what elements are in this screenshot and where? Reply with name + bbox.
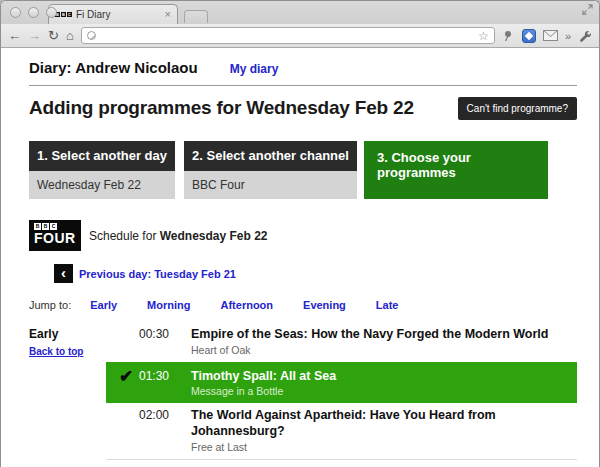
browser-tab[interactable]: BBC Fi Diary × bbox=[48, 4, 178, 24]
page-content: Diary: Andrew Nicolaou My diary Adding p… bbox=[1, 48, 599, 467]
browser-window: BBC Fi Diary × ← → ↻ ⌂ ☆ » bbox=[0, 0, 600, 467]
cant-find-programme-button[interactable]: Can't find programme? bbox=[458, 97, 577, 120]
globe-icon bbox=[87, 31, 96, 40]
previous-day-link[interactable]: Previous day: Tuesday Feb 21 bbox=[79, 268, 236, 280]
back-icon[interactable]: ← bbox=[8, 29, 21, 42]
header-divider bbox=[29, 85, 577, 86]
schedule-for-text: Schedule for Wednesday Feb 22 bbox=[89, 229, 268, 243]
wizard-steps: 1. Select another day Wednesday Feb 22 2… bbox=[29, 141, 577, 199]
previous-day-nav[interactable]: ‹ Previous day: Tuesday Feb 21 bbox=[54, 264, 577, 283]
reload-icon[interactable]: ↻ bbox=[48, 29, 59, 42]
section-label-early: Early bbox=[29, 327, 101, 341]
check-icon: ✔ bbox=[119, 366, 133, 387]
bbc-four-wordmark: FOUR bbox=[34, 230, 81, 246]
step-select-channel[interactable]: 2. Select another channel BBC Four bbox=[184, 141, 357, 199]
programme-row-selected[interactable]: ✔ 01:30 Timothy Spall: All at Sea Messag… bbox=[106, 362, 577, 404]
programme-title[interactable]: Empire of the Seas: How the Navy Forged … bbox=[191, 327, 577, 343]
tab-strip: BBC Fi Diary × bbox=[1, 1, 599, 24]
step-select-channel-label[interactable]: 2. Select another channel bbox=[184, 141, 357, 171]
pin-extension-icon[interactable] bbox=[502, 29, 515, 42]
blue-extension-icon[interactable] bbox=[522, 29, 536, 43]
forward-icon[interactable]: → bbox=[28, 29, 41, 42]
url-input[interactable] bbox=[101, 30, 473, 42]
wrench-menu-icon[interactable] bbox=[578, 29, 592, 43]
page-title: Diary: Andrew Nicolaou bbox=[29, 59, 198, 76]
jump-link-afternoon[interactable]: Afternoon bbox=[221, 299, 274, 311]
bookmark-star-icon[interactable]: ☆ bbox=[478, 30, 489, 42]
my-diary-link[interactable]: My diary bbox=[230, 62, 279, 76]
jump-link-late[interactable]: Late bbox=[376, 299, 399, 311]
programme-row[interactable]: 00:30 Empire of the Seas: How the Navy F… bbox=[106, 322, 577, 362]
programme-time: 00:30 bbox=[139, 327, 169, 341]
step-select-day[interactable]: 1. Select another day Wednesday Feb 22 bbox=[29, 141, 175, 199]
close-tab-icon[interactable]: × bbox=[165, 9, 171, 20]
window-controls bbox=[10, 7, 57, 18]
programme-title[interactable]: The World Against Apartheid: Have You He… bbox=[191, 408, 577, 439]
channel-schedule-header: BBC FOUR Schedule for Wednesday Feb 22 bbox=[29, 220, 577, 251]
diary-header: Diary: Andrew Nicolaou My diary bbox=[29, 59, 577, 76]
step-choose-programmes: 3. Choose your programmes bbox=[364, 141, 548, 199]
address-bar[interactable]: ☆ bbox=[81, 27, 495, 44]
back-to-top-link[interactable]: Back to top bbox=[29, 346, 83, 357]
tab-title: Fi Diary bbox=[76, 9, 161, 20]
step-select-day-label[interactable]: 1. Select another day bbox=[29, 141, 175, 171]
previous-day-arrow-icon[interactable]: ‹ bbox=[54, 264, 73, 283]
home-icon[interactable]: ⌂ bbox=[66, 29, 74, 42]
step-select-channel-value: BBC Four bbox=[184, 171, 357, 199]
programme-subtitle: Message in a Bottle bbox=[191, 385, 577, 397]
programme-row[interactable]: 03:00 How to Build... Series 1, A Jumbo … bbox=[106, 460, 577, 467]
programme-subtitle: Free at Last bbox=[191, 441, 577, 453]
zoom-window-button[interactable] bbox=[46, 7, 57, 18]
programme-row[interactable]: 02:00 The World Against Apartheid: Have … bbox=[106, 403, 577, 459]
step-select-day-value: Wednesday Feb 22 bbox=[29, 171, 175, 199]
programme-title[interactable]: Timothy Spall: All at Sea bbox=[191, 369, 577, 385]
adding-programmes-heading: Adding programmes for Wednesday Feb 22 bbox=[29, 97, 414, 119]
programme-time: 01:30 bbox=[139, 369, 169, 383]
new-tab-button[interactable] bbox=[184, 10, 208, 23]
envelope-extension-icon[interactable] bbox=[543, 30, 558, 41]
jump-link-morning[interactable]: Morning bbox=[147, 299, 190, 311]
jump-to-nav: Jump to: Early Morning Afternoon Evening… bbox=[29, 299, 577, 311]
programme-subtitle: Heart of Oak bbox=[191, 344, 577, 356]
close-window-button[interactable] bbox=[10, 7, 21, 18]
expand-window-icon[interactable] bbox=[582, 4, 593, 15]
toolbar-overflow-icon[interactable]: » bbox=[565, 30, 571, 42]
schedule-list: Early Back to top 00:30 Empire of the Se… bbox=[29, 322, 577, 467]
programme-time: 02:00 bbox=[139, 408, 169, 422]
browser-toolbar: ← → ↻ ⌂ ☆ » bbox=[1, 24, 599, 48]
jump-link-evening[interactable]: Evening bbox=[303, 299, 346, 311]
bbc-four-logo-icon: BBC FOUR bbox=[29, 220, 81, 251]
jump-to-label: Jump to: bbox=[29, 299, 71, 311]
minimize-window-button[interactable] bbox=[28, 7, 39, 18]
schedule-date: Wednesday Feb 22 bbox=[160, 229, 268, 243]
jump-link-early[interactable]: Early bbox=[90, 299, 117, 311]
bbc-favicon-icon: BBC bbox=[55, 12, 72, 17]
